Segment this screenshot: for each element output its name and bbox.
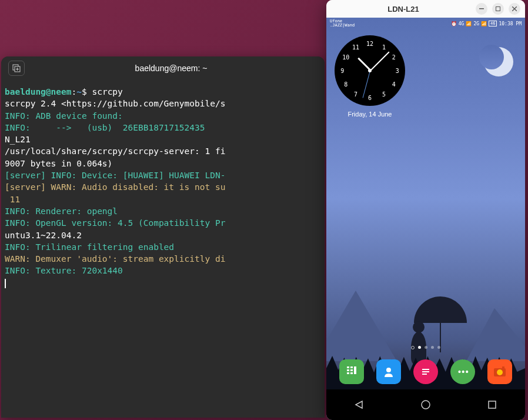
dialer-icon [345,365,358,378]
battery-level: 46 [489,21,497,26]
figure-head [413,321,425,333]
term-line-3: N_L21 [5,135,31,144]
terminal-cursor [5,279,6,288]
android-nav-bar [326,389,525,420]
status-carriers: Ufone .JAZZ|Wand [330,19,355,28]
signal-4g: 4G [459,21,464,26]
prompt-dollar: $ [82,87,87,96]
clock-1: 1 [378,44,390,51]
signal-2g: 2G [473,21,479,26]
term-line-12: INFO: Trilinear filtering enabled [5,242,174,252]
term-line-7: [server] WARN: Audio disabled: it is not… [5,182,225,192]
contacts-icon [382,365,395,378]
scrcpy-title: LDN-L21 [331,5,476,14]
clock-2: 2 [388,54,400,61]
phone-screen[interactable]: Ufone .JAZZ|Wand ⏰ 4G 📶 2G 📶 46 10:38 PM… [326,18,525,420]
nav-back-button[interactable] [352,398,366,412]
term-line-1: INFO: ADB device found: [5,111,123,121]
signal-icon-1: 📶 [466,21,472,26]
clock-minute-hand [370,51,389,71]
dialer-app[interactable] [339,359,364,384]
messages-icon [421,368,430,376]
svg-point-22 [422,401,430,409]
maximize-button[interactable] [492,3,504,15]
clock-8: 8 [340,81,352,87]
page-dot-4[interactable] [437,346,440,349]
prompt-user: baeldung@neem [5,87,72,96]
clock-date: Friday, 14 June [335,111,405,118]
term-line-14: INFO: Texture: 720x1440 [5,266,123,275]
terminal-titlebar: baeldung@neem: ~ [1,56,325,80]
terminal-command: scrcpy [92,87,122,96]
term-line-4: /usr/local/share/scrcpy/scrcpy-server: 1… [5,146,225,156]
minimize-icon [479,8,484,9]
scrcpy-titlebar: LDN-L21 [326,0,525,18]
chat-app[interactable]: ••• [450,359,475,384]
clock-10: 10 [340,54,352,61]
svg-rect-10 [347,369,349,371]
status-time: 10:38 PM [499,21,522,26]
clock-face: 12 1 2 3 4 5 6 7 8 9 10 11 [335,35,405,106]
carrier-2: .JAZZ|Wand [330,24,355,28]
new-tab-button[interactable] [8,61,25,76]
clock-9: 9 [336,68,348,74]
svg-rect-12 [347,372,349,374]
svg-point-20 [497,369,503,375]
svg-rect-9 [350,366,353,368]
camera-app[interactable] [487,359,512,384]
term-line-10: INFO: OpenGL version: 4.5 (Compatibility… [5,218,225,228]
recent-icon [487,400,497,409]
terminal-window: baeldung@neem: ~ baeldung@neem:~$ scrcpy… [1,56,325,418]
app-dock: ••• [326,356,525,387]
nav-home-button[interactable] [419,398,433,412]
term-line-2: INFO: --> (usb) 26EBB18717152435 [5,123,205,132]
term-line-8: 11 [5,195,20,204]
contacts-app[interactable] [376,359,401,384]
back-icon [354,399,365,410]
clock-7: 7 [350,91,362,97]
term-line-0: scrcpy 2.4 <https://github.com/Genymobil… [5,99,225,108]
svg-rect-4 [479,8,484,9]
camera-icon [493,366,507,378]
clock-6: 6 [364,94,376,101]
messages-app[interactable] [413,359,438,384]
term-line-13: WARN: Demuxer 'audio': stream explicitly… [5,254,225,264]
minimize-button[interactable] [476,3,487,15]
svg-point-15 [386,368,391,372]
close-button[interactable] [509,3,520,15]
home-icon [420,399,431,410]
svg-rect-21 [502,366,504,369]
terminal-body[interactable]: baeldung@neem:~$ scrcpy scrcpy 2.4 <http… [1,80,325,295]
page-dot-3[interactable] [431,346,434,349]
status-right: ⏰ 4G 📶 2G 📶 46 10:38 PM [451,21,522,26]
page-indicator[interactable] [411,346,440,349]
close-icon [512,6,517,11]
scrcpy-window: LDN-L21 Ufone .JAZZ|Wand ⏰ 4G 📶 2G [326,0,525,420]
new-tab-icon [12,64,21,72]
svg-rect-14 [354,366,356,374]
page-dot-2[interactable] [425,346,427,349]
mountain-right [466,308,525,361]
prompt-path: ~ [76,87,82,96]
window-buttons [476,3,520,15]
term-line-6: [server] INFO: Device: [HUAWEI] HUAWEI L… [5,171,225,180]
nav-recent-button[interactable] [485,398,499,412]
term-line-11: untu3.1~22.04.2 [5,231,82,240]
term-line-9: INFO: Renderer: opengl [5,206,118,216]
clock-widget[interactable]: 12 1 2 3 4 5 6 7 8 9 10 11 Friday, 14 Ju… [335,35,405,118]
svg-rect-8 [347,366,349,368]
status-bar[interactable]: Ufone .JAZZ|Wand ⏰ 4G 📶 2G 📶 46 10:38 PM [326,18,525,29]
page-dot-1[interactable] [418,346,421,349]
clock-5: 5 [378,91,390,97]
clock-12: 12 [364,41,376,47]
page-dot-home[interactable] [411,346,415,349]
svg-rect-11 [350,369,353,371]
terminal-title: baeldung@neem: ~ [25,64,318,73]
signal-icon-2: 📶 [481,21,487,26]
umbrella-top [414,296,467,323]
moon-decoration [484,47,513,76]
svg-rect-5 [496,7,500,11]
clock-11: 11 [350,44,362,51]
prompt-colon: : [72,87,77,96]
clock-center [368,69,372,72]
